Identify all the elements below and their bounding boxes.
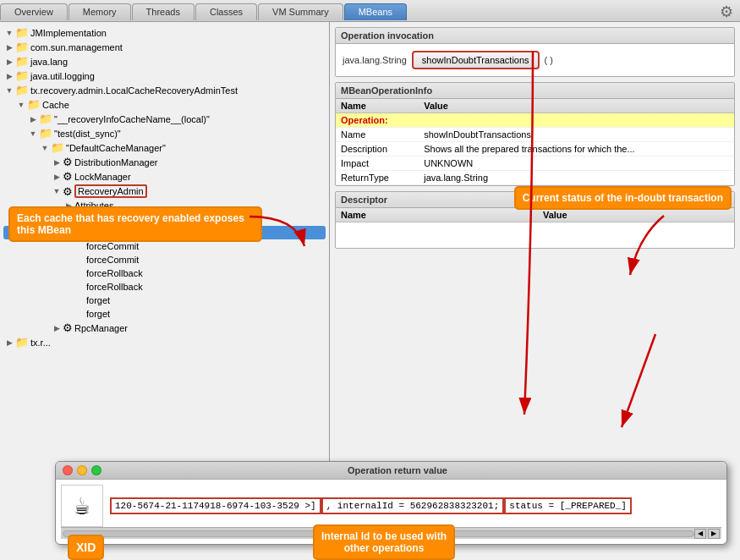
scrollbar-area[interactable]: ◀ ▶ (61, 527, 721, 539)
tree-item-java-util[interactable]: ▶ 📁 java.util.logging (0, 69, 329, 83)
scroll-left[interactable]: ◀ (694, 529, 706, 539)
cell-return-label: ReturnType (336, 171, 419, 185)
label-recoveryinfo: "__recoveryInfoCacheName__(local)" (54, 114, 210, 124)
status-value: status = [_PREPARED_] (504, 497, 632, 514)
return-type-label: java.lang.String (343, 55, 407, 65)
close-button[interactable] (63, 465, 73, 475)
label-tx-recovery: tx.recovery.admin.LocalCacheRecoveryAdmi… (30, 85, 238, 96)
label-forget-2: forget (86, 309, 110, 319)
tab-memory[interactable]: Memory (69, 3, 131, 20)
tree-item-force-rollback-2[interactable]: forceRollback (0, 280, 329, 294)
expander-jmimpl[interactable]: ▼ (3, 27, 15, 39)
cell-name-value: showInDoubtTransactions (419, 128, 734, 142)
label-com-sun: com.sun.management (30, 42, 123, 52)
expander-cache[interactable]: ▼ (15, 99, 27, 111)
scroll-arrows: ◀ ▶ (694, 529, 720, 539)
tree-item-forget-1[interactable]: forget (0, 294, 329, 307)
folder-icon-tx-recovery: 📁 (15, 84, 29, 96)
tab-bar: Overview Memory Threads Classes VM Summa… (0, 0, 740, 22)
scrollbar-track[interactable] (63, 530, 694, 537)
cell-return-value: java.lang.String (419, 171, 734, 185)
tab-threads[interactable]: Threads (132, 3, 195, 20)
cell-impact-label: Impact (336, 156, 419, 171)
expander-tx-recovery[interactable]: ▼ (3, 85, 15, 96)
tree-item-com-sun[interactable]: ▶ 📁 com.sun.management (0, 40, 329, 54)
tab-classes[interactable]: Classes (195, 3, 257, 20)
tree-item-java-lang[interactable]: ▶ 📁 java.lang (0, 54, 329, 69)
table-row-operation: Operation: (336, 113, 734, 128)
label-test-dist: "test(dist_sync)" (54, 129, 121, 139)
tree-item-tx-recovery[interactable]: ▼ 📁 tx.recovery.admin.LocalCacheRecovery… (0, 83, 329, 97)
return-value-row: ☕ 120-5674-21-1174918-6974-103-3529 >] ,… (61, 485, 721, 527)
window-title: Operation return value (75, 465, 720, 475)
expander-java-util[interactable]: ▶ (3, 70, 15, 82)
tree-item-jmimpl[interactable]: ▼ 📁 JMImplementation (0, 25, 329, 40)
mbean-info-title: MBeanOperationInfo (336, 83, 734, 99)
tab-mbeans[interactable]: MBeans (344, 3, 407, 20)
expander-recoveryinfo[interactable]: ▶ (27, 113, 39, 125)
settings-icon: ⚙ (720, 3, 733, 21)
folder-icon-java-util: 📁 (15, 69, 29, 82)
expander-test-dist[interactable]: ▼ (27, 128, 39, 140)
scroll-right[interactable]: ▶ (708, 529, 720, 539)
desc-col-value: Value (538, 208, 734, 222)
tree-item-force-rollback-1[interactable]: forceRollback (0, 266, 329, 280)
expander-rpcmgr[interactable]: ▶ (51, 322, 63, 334)
expander-lockmgr[interactable]: ▶ (51, 171, 63, 183)
label-forget-1: forget (86, 295, 110, 305)
tree-item-txmgr[interactable]: ▶ 📁 tx.r... (0, 335, 329, 349)
operation-invocation-section: Operation invocation java.lang.String sh… (335, 27, 735, 77)
expander-defaultcache[interactable]: ▼ (39, 142, 51, 154)
tab-vm-summary[interactable]: VM Summary (258, 3, 343, 20)
tree-item-forget-2[interactable]: forget (0, 307, 329, 321)
tree-item-force-commit-2[interactable]: forceCommit (0, 253, 329, 266)
status-text: Current status of the in-doubt transacti… (523, 192, 723, 204)
tree-item-rpcmgr[interactable]: ▶ ⚙ RpcManager (0, 321, 329, 335)
paren-label: ( ) (545, 55, 553, 65)
tree-item-lockmgr[interactable]: ▶ ⚙ LockManager (0, 169, 329, 184)
folder-icon-com-sun: 📁 (15, 41, 29, 53)
col-value: Value (419, 99, 734, 113)
tree-item-distrmgr[interactable]: ▶ ⚙ DistributionManager (0, 155, 329, 169)
return-value-window[interactable]: Operation return value ☕ 120-5674-21-117… (55, 461, 727, 545)
gear-icon-recoveryadmin: ⚙ (63, 185, 73, 198)
label-jmimpl: JMImplementation (30, 28, 107, 38)
table-row-name: Name showInDoubtTransactions (336, 128, 734, 142)
gear-icon-distrmgr: ⚙ (63, 156, 73, 168)
descriptor-table: Name Value (336, 208, 734, 248)
expander-java-lang[interactable]: ▶ (3, 56, 15, 68)
expander-txmgr[interactable]: ▶ (3, 337, 15, 349)
window-content: ☕ 120-5674-21-1174918-6974-103-3529 >] ,… (56, 480, 726, 544)
label-force-rollback-1: forceRollback (86, 268, 143, 278)
tree-item-defaultcache[interactable]: ▼ 📁 "DefaultCacheManager" (0, 140, 329, 155)
label-force-commit-1: forceCommit (86, 241, 139, 251)
tree-item-recoveryinfo[interactable]: ▶ 📁 "__recoveryInfoCacheName__(local)" (0, 112, 329, 126)
internal-id-value: , internalId = 562962838323201; (321, 497, 505, 514)
expander-distrmgr[interactable]: ▶ (51, 156, 63, 168)
invoke-button[interactable]: showInDoubtTransactions (412, 51, 540, 69)
gear-icon-lockmgr: ⚙ (63, 170, 73, 183)
tab-overview[interactable]: Overview (0, 3, 68, 20)
label-force-rollback-2: forceRollback (86, 282, 143, 292)
label-java-util: java.util.logging (30, 71, 95, 81)
expander-com-sun[interactable]: ▶ (3, 41, 15, 53)
label-distrmgr: DistributionManager (74, 157, 157, 167)
tree-item-cache[interactable]: ▼ 📁 Cache (0, 97, 329, 112)
folder-icon-cache: 📁 (27, 98, 41, 111)
window-titlebar: Operation return value (56, 462, 726, 480)
folder-icon-defaultcache: 📁 (51, 141, 64, 154)
cell-op-name: Operation: (336, 113, 419, 128)
cell-desc-value: Shows all the prepared transactions for … (419, 142, 734, 156)
folder-icon-recoveryinfo: 📁 (39, 113, 52, 125)
desc-empty-row (336, 222, 734, 248)
tree-item-test-dist[interactable]: ▼ 📁 "test(dist_sync)" (0, 126, 329, 140)
table-row-return: ReturnType java.lang.String (336, 171, 734, 185)
folder-icon-jmimpl: 📁 (15, 26, 29, 39)
folder-icon-txmgr: 📁 (15, 336, 29, 349)
tree-item-recoveryadmin[interactable]: ▼ ⚙ RecoveryAdmin (0, 184, 329, 199)
desc-empty-value (538, 222, 734, 248)
xid-value: 120-5674-21-1174918-6974-103-3529 >] (110, 497, 321, 514)
cell-op-value (419, 113, 734, 128)
expander-recoveryadmin[interactable]: ▼ (51, 185, 63, 197)
cell-desc-label: Description (336, 142, 419, 156)
